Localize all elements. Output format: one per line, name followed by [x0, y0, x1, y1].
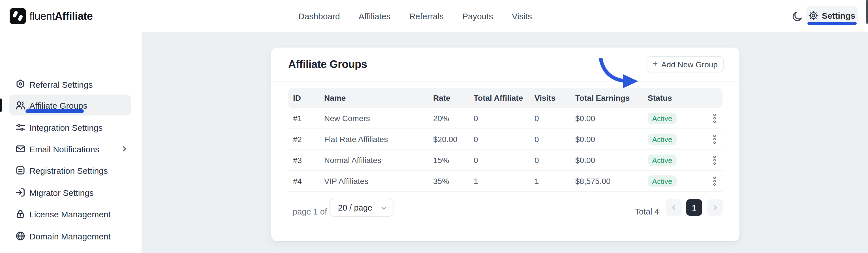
cell-rate: 35% — [428, 177, 469, 186]
cell-total-affiliate: 0 — [469, 114, 530, 123]
total-count-text: Total 4 — [633, 204, 659, 220]
cell-status: Active — [643, 176, 706, 187]
chevron-right-icon — [712, 204, 718, 211]
sidebar-item-affiliate-groups[interactable]: Affiliate Groups — [0, 96, 142, 115]
dark-mode-toggle[interactable] — [790, 10, 804, 23]
col-header-status: Status — [643, 93, 706, 102]
nav-referrals[interactable]: Referrals — [409, 11, 444, 21]
settings-sidebar: Referral Settings Affiliate Groups — [0, 32, 142, 253]
settings-tab-label: Settings — [822, 10, 855, 20]
table-row: #1 New Comers 20% 0 0 $0.00 Active — [288, 108, 722, 129]
table-row: #4 VIP Affiliates 35% 1 1 $8,575.00 Acti… — [288, 171, 722, 192]
sidebar-item-integration-settings[interactable]: Integration Settings — [0, 118, 142, 137]
sidebar-item-label: Integration Settings — [29, 123, 103, 132]
cell-status: Active — [643, 155, 706, 166]
cell-actions — [706, 154, 722, 166]
nav-visits[interactable]: Visits — [512, 11, 532, 21]
col-header-total-earnings: Total Earnings — [570, 93, 643, 102]
sidebar-item-label: Email Notifications — [29, 144, 99, 154]
nav-dashboard[interactable]: Dashboard — [299, 11, 340, 21]
lock-icon — [15, 208, 26, 220]
plus-icon: + — [653, 59, 658, 69]
logo-text: fluentAffiliate — [29, 10, 93, 22]
sidebar-item-email-notifications[interactable]: Email Notifications — [0, 139, 142, 158]
cell-total-earnings: $0.00 — [570, 135, 643, 144]
page-info-text: page 1 of 1 — [293, 204, 334, 220]
status-badge: Active — [648, 113, 677, 124]
cell-total-affiliate: 0 — [469, 135, 530, 144]
col-header-name: Name — [319, 93, 428, 102]
tab-settings[interactable]: Settings — [806, 6, 858, 25]
sidebar-item-migrator-settings[interactable]: Migrator Settings — [0, 183, 142, 202]
logo-text-affiliate: Affiliate — [55, 10, 93, 22]
table-header-row: ID Name Rate Total Affiliate Visits Tota… — [288, 88, 722, 108]
top-header: fluentAffiliate Dashboard Affiliates Ref… — [0, 0, 868, 32]
badge-icon — [15, 79, 26, 90]
table-row: #3 Normal Affiliates 15% 0 0 $0.00 Activ… — [288, 150, 722, 171]
cell-name: Flat Rate Affiliates — [319, 135, 428, 144]
prev-page-button[interactable] — [666, 199, 682, 216]
cell-actions — [706, 133, 722, 146]
page-size-select[interactable]: 20 / page — [329, 199, 394, 217]
cell-id: #3 — [288, 156, 319, 165]
sidebar-item-label: Affiliate Groups — [29, 100, 88, 110]
globe-icon — [15, 230, 26, 242]
main-content: Affiliate Groups + Add New Group ID Name… — [142, 32, 868, 253]
cell-actions — [706, 175, 722, 187]
chevron-right-icon — [120, 144, 129, 153]
add-new-group-label: Add New Group — [661, 60, 718, 69]
chevron-left-icon — [671, 204, 677, 211]
cell-name: Normal Affiliates — [319, 156, 428, 165]
sliders-icon — [15, 122, 26, 133]
cell-id: #2 — [288, 135, 319, 144]
mail-icon — [15, 143, 26, 155]
cell-total-earnings: $0.00 — [570, 156, 643, 165]
scrollbar-thumb[interactable] — [866, 0, 868, 24]
sidebar-item-label: Referral Settings — [29, 80, 93, 89]
add-new-group-button[interactable]: + Add New Group — [647, 56, 724, 72]
sidebar-item-domain-management[interactable]: Domain Management — [0, 226, 142, 246]
cell-id: #1 — [288, 114, 319, 123]
affiliate-groups-table: ID Name Rate Total Affiliate Visits Tota… — [288, 88, 722, 192]
status-badge: Active — [648, 134, 677, 145]
cell-id: #4 — [288, 177, 319, 186]
form-icon — [15, 165, 26, 176]
cell-total-earnings: $8,575.00 — [570, 177, 643, 186]
page-size-value: 20 / page — [338, 203, 372, 212]
sidebar-item-license-management[interactable]: License Management — [0, 204, 142, 224]
app-logo: fluentAffiliate — [10, 8, 93, 24]
status-badge: Active — [648, 155, 677, 166]
cell-rate: 20% — [428, 114, 469, 123]
row-actions-kebab-icon[interactable] — [712, 133, 717, 146]
row-actions-kebab-icon[interactable] — [712, 175, 717, 187]
logo-mark-icon — [10, 8, 26, 24]
cell-status: Active — [643, 113, 706, 124]
sidebar-item-registration-settings[interactable]: Registration Settings — [0, 161, 142, 180]
cell-total-affiliate: 0 — [469, 156, 530, 165]
top-navigation: Dashboard Affiliates Referrals Payouts V… — [299, 0, 532, 32]
nav-affiliates[interactable]: Affiliates — [359, 11, 391, 21]
card-header: Affiliate Groups + Add New Group — [271, 48, 740, 82]
app-root: fluentAffiliate Dashboard Affiliates Ref… — [0, 0, 868, 253]
settings-active-underline — [807, 22, 857, 25]
cell-visits: 0 — [530, 135, 570, 144]
cell-actions — [706, 112, 722, 125]
chevron-down-icon — [380, 204, 388, 212]
cell-rate: $20.00 — [428, 135, 469, 144]
cell-status: Active — [643, 134, 706, 145]
cell-total-affiliate: 1 — [469, 177, 530, 186]
logo-text-fluent: fluent — [29, 10, 55, 22]
users-icon — [15, 100, 26, 111]
current-page-button[interactable]: 1 — [686, 199, 702, 216]
row-actions-kebab-icon[interactable] — [712, 154, 717, 166]
cell-name: New Comers — [319, 114, 428, 123]
next-page-button[interactable] — [707, 199, 723, 216]
cell-visits: 0 — [530, 114, 570, 123]
cell-visits: 0 — [530, 156, 570, 165]
nav-payouts[interactable]: Payouts — [462, 11, 493, 21]
row-actions-kebab-icon[interactable] — [712, 112, 717, 125]
cell-name: VIP Affiliates — [319, 177, 428, 186]
col-header-rate: Rate — [428, 93, 469, 102]
import-icon — [15, 187, 26, 198]
sidebar-item-referral-settings[interactable]: Referral Settings — [0, 75, 142, 94]
